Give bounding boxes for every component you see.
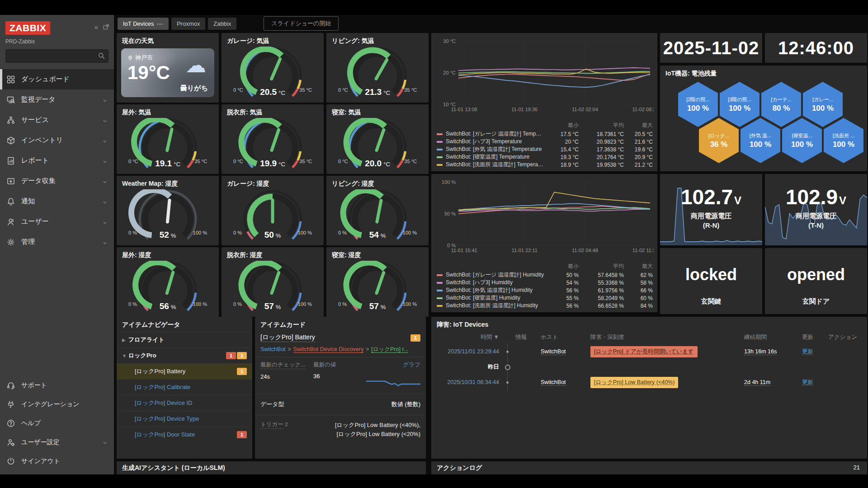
sidebar-item-notifications[interactable]: 通知	[0, 191, 114, 211]
legend-swatch	[437, 290, 443, 291]
navigator-item[interactable]: [ロックPro] Battery1	[117, 363, 252, 379]
battery-hex-cell[interactable]: [ガレー...100 %	[803, 82, 843, 127]
sidebar-item-integrations[interactable]: インテグレーション	[0, 395, 114, 414]
legend-row[interactable]: SwitchBot: [外気 温湿度計] Temperature15.4 °C1…	[437, 145, 653, 153]
problem-count-badge: 1	[226, 352, 236, 359]
caret-collapsed-icon[interactable]: ▶	[122, 338, 128, 343]
zabbix-logo[interactable]: ZABBIX	[5, 21, 50, 35]
problems-column-header[interactable]: 障害・深刻度	[590, 333, 744, 341]
tab-zabbix[interactable]: Zabbix	[208, 18, 236, 30]
honeycomb-grid: [2階の照...100 %[3階の照...100 %[カーテ...80 %[ガレ…	[660, 77, 867, 171]
breadcrumb-link[interactable]: [ロックPro] r...	[371, 346, 408, 353]
sidebar-item-administration[interactable]: 管理	[0, 232, 114, 252]
tab-proxmox[interactable]: Proxmox	[171, 18, 205, 30]
battery-hex-cell[interactable]: [外気 温...100 %	[741, 118, 780, 163]
sidebar-item-user-settings[interactable]: ユーザー設定	[0, 433, 114, 452]
problem-name-pill[interactable]: [ロックPro] Low Battery (<40%)	[590, 377, 678, 388]
legend-row[interactable]: SwitchBot: [ハブ3] Temperature20 °C20.9823…	[437, 138, 653, 145]
problems-column-header[interactable]: 時間 ▼	[437, 333, 504, 341]
legend-row[interactable]: SwitchBot: [外気 温湿度計] Humidity56 %61.9756…	[437, 286, 653, 294]
voltage-rn-sparkline	[660, 174, 762, 245]
timeline-ring	[505, 365, 510, 370]
navigator-group[interactable]: ▶フロアライト	[117, 332, 252, 347]
problems-column-header[interactable]: 継続期間	[744, 333, 802, 341]
problems-column-header[interactable]: ホスト	[541, 333, 590, 341]
problem-name-pill[interactable]: [ロックPro] ドアが長時間開いています	[590, 346, 698, 357]
widget-gauge-garage-humidity: ガレージ: 湿度0 %100 %50%	[222, 176, 324, 245]
start-slideshow-button[interactable]: スライドショーの開始	[264, 16, 339, 31]
navigator-item[interactable]: [ロックPro] Device Type	[117, 411, 252, 427]
sidebar-footer-menu: サポートインテグレーションヘルプユーザー設定サインアウト	[0, 376, 114, 471]
problem-update-link[interactable]: 更新	[802, 379, 828, 386]
sidebar-search-input[interactable]	[5, 49, 108, 63]
support-icon	[6, 381, 15, 390]
item-card-problem-badge: 1	[410, 334, 420, 342]
navigator-item[interactable]: [ロックPro] Calibrate	[117, 379, 252, 395]
navigator-group-label: フロアライト	[128, 336, 165, 344]
breadcrumb-link[interactable]: SwitchBot	[260, 346, 286, 352]
problem-duration[interactable]: 2d 4h 11m	[744, 379, 802, 385]
widget-title: 寝室: 気温	[326, 104, 429, 117]
battery-hex-cell[interactable]: [ロック...36 %	[699, 118, 739, 163]
dashboard-tabbar: IoT Devices••• Proxmox Zabbix スライドショーの開始	[114, 15, 868, 32]
sidebar-item-reports[interactable]: レポート	[0, 150, 114, 171]
item-card-item-name[interactable]: [ロックPro] Battery	[260, 333, 315, 342]
sidebar-popout-icon[interactable]	[103, 23, 109, 30]
sidebar-item-services[interactable]: サービス	[0, 110, 114, 130]
navigator-item[interactable]: [ロックPro] Device ID	[117, 395, 252, 411]
widget-gauge-outdoor-temp: 屋外: 気温0 °C35 °C19.1°C	[117, 104, 219, 174]
battery-hex-cell[interactable]: [3階の照...100 %	[720, 82, 760, 127]
battery-hex-cell[interactable]: [洗面所 ...100 %	[824, 118, 863, 163]
sidebar-item-support[interactable]: サポート	[0, 376, 114, 395]
temperature-chart[interactable]: 30 °C20 °C10 °C11-01 13:0811-01 19:3611-…	[435, 37, 654, 114]
last-check-value: 24s	[260, 373, 313, 380]
problems-column-header[interactable]: アクション	[828, 333, 863, 341]
battery-hex-cell[interactable]: [2階の照...100 %	[678, 82, 718, 127]
datatype-label: データ型	[260, 400, 284, 408]
hex-battery-value: 100 %	[750, 140, 771, 149]
sidebar-item-monitoring[interactable]: 監視データ	[0, 89, 114, 110]
sidebar-item-users[interactable]: ユーザー	[0, 211, 114, 232]
tab-menu-dots[interactable]: •••	[157, 22, 163, 27]
problem-duration[interactable]: 13h 16m 16s	[744, 348, 802, 355]
problem-time[interactable]: 2025/10/31 08:34:44	[437, 379, 504, 385]
door-label: 玄関ドア	[765, 297, 867, 306]
problem-host[interactable]: SwitchBot	[541, 379, 590, 385]
legend-row[interactable]: SwitchBot: [ハブ3] Humidity54 %55.3368 %58…	[437, 279, 653, 286]
svg-text:30 °C: 30 °C	[443, 38, 456, 44]
problem-host[interactable]: SwitchBot	[541, 348, 590, 355]
tab-iot-devices[interactable]: IoT Devices•••	[118, 18, 169, 30]
navigator-item[interactable]: [ロックPro] Door State1	[117, 427, 252, 442]
sidebar-item-help[interactable]: ヘルプ	[0, 414, 114, 433]
graph-link[interactable]: グラフ	[403, 361, 420, 369]
gauge-value: 50%	[222, 230, 324, 240]
humidity-chart[interactable]: 100 %50 %0 %11-01 15:4111-01 22:1111-02 …	[435, 178, 654, 255]
problem-time[interactable]: 2025/11/01 23:29:44	[437, 348, 504, 355]
sidebar-item-signout[interactable]: サインアウト	[0, 452, 114, 471]
legend-row[interactable]: SwitchBot: [ガレージ 温湿度計] Temperature17.5 °…	[437, 130, 653, 138]
legend-row[interactable]: SwitchBot: [寝室温度] Humidity55 %58.2049 %6…	[437, 294, 653, 302]
caret-expanded-icon[interactable]: ▼	[122, 353, 128, 358]
legend-swatch	[437, 141, 443, 143]
widget-item-card: アイテムカード [ロックPro] Battery 1 SwitchBot>Swi…	[255, 317, 426, 459]
legend-row[interactable]: SwitchBot: [寝室温度] Temperature19.3 °C20.1…	[437, 153, 653, 161]
navigator-group[interactable]: ▼ロックPro11	[117, 347, 252, 363]
trigger-name: [ロックPro] Low Battery (<20%)	[335, 430, 420, 439]
legend-row[interactable]: SwitchBot: [ガレージ 温湿度計] Humidity50 %57.64…	[437, 271, 653, 279]
problem-update-link[interactable]: 更新	[802, 348, 828, 356]
voltage-tn-value: 102.9V	[765, 187, 867, 207]
battery-hex-cell[interactable]: [カーテ...80 %	[761, 82, 801, 127]
reports-icon	[6, 156, 15, 165]
problem-row: 2025/11/01 23:29:44SwitchBot[ロックPro] ドアが…	[437, 343, 863, 360]
legend-row[interactable]: SwitchBot: [洗面所 温湿度計] Humidity56 %66.652…	[437, 302, 653, 310]
problems-column-header[interactable]: 情報	[515, 333, 541, 341]
sidebar-item-inventory[interactable]: インベントリ	[0, 130, 114, 150]
battery-hex-cell[interactable]: [寝室温...100 %	[782, 118, 822, 163]
problems-column-header[interactable]: 更新	[802, 333, 828, 341]
sidebar-item-data-collection[interactable]: データ収集	[0, 171, 114, 191]
widget-title: 障害: IoT Devices	[431, 317, 867, 330]
breadcrumb-link[interactable]: SwitchBot Device Discovery	[293, 346, 364, 353]
sidebar-collapse-icon[interactable]: «	[94, 23, 98, 31]
legend-row[interactable]: SwitchBot: [洗面所 温湿度計] Temperature18.9 °C…	[437, 161, 653, 169]
sidebar-item-dashboard[interactable]: ダッシュボード	[0, 69, 114, 89]
